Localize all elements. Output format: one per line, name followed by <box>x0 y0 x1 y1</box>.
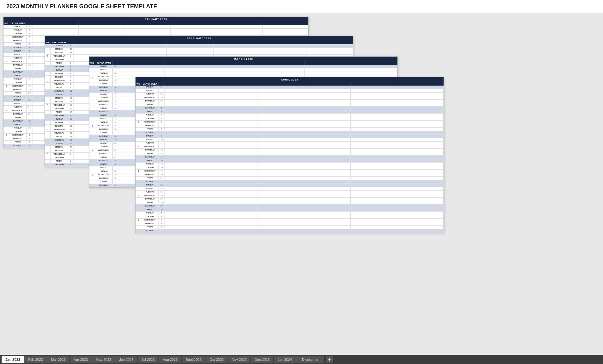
data-cell[interactable] <box>118 72 165 75</box>
data-cell[interactable] <box>306 48 353 51</box>
data-cell[interactable] <box>211 100 257 103</box>
data-cell[interactable] <box>257 110 304 113</box>
data-cell[interactable] <box>397 226 444 229</box>
sheet-tab[interactable]: - Disclaimer - <box>296 356 325 363</box>
data-cell[interactable] <box>211 229 257 232</box>
data-cell[interactable] <box>214 48 260 51</box>
data-cell[interactable] <box>305 68 351 72</box>
data-cell[interactable] <box>351 201 397 204</box>
data-cell[interactable] <box>257 107 304 110</box>
data-cell[interactable] <box>257 159 304 162</box>
data-cell[interactable] <box>397 145 444 148</box>
data-cell[interactable] <box>165 72 211 75</box>
data-cell[interactable] <box>305 65 351 68</box>
data-cell[interactable] <box>351 103 397 106</box>
data-cell[interactable] <box>257 177 304 180</box>
data-cell[interactable] <box>304 121 351 124</box>
data-cell[interactable] <box>304 145 351 148</box>
data-cell[interactable] <box>304 198 351 201</box>
data-cell[interactable] <box>211 65 258 68</box>
data-cell[interactable] <box>165 89 211 92</box>
data-cell[interactable] <box>32 25 79 28</box>
data-cell[interactable] <box>257 142 304 145</box>
data-cell[interactable] <box>211 152 257 155</box>
data-cell[interactable] <box>351 114 397 117</box>
data-cell[interactable] <box>257 173 304 176</box>
data-cell[interactable] <box>351 166 397 169</box>
data-cell[interactable] <box>211 191 257 194</box>
data-cell[interactable] <box>304 149 351 152</box>
sheet-tab[interactable]: Aug 2023 <box>159 356 181 363</box>
data-cell[interactable] <box>351 145 397 148</box>
data-cell[interactable] <box>211 149 257 152</box>
data-cell[interactable] <box>214 51 260 54</box>
data-cell[interactable] <box>351 229 397 232</box>
data-cell[interactable] <box>351 121 397 124</box>
data-cell[interactable] <box>397 166 444 169</box>
data-cell[interactable] <box>351 163 397 166</box>
data-cell[interactable] <box>257 138 304 141</box>
data-cell[interactable] <box>304 103 351 106</box>
data-cell[interactable] <box>257 114 304 117</box>
data-cell[interactable] <box>351 194 397 197</box>
data-cell[interactable] <box>165 107 211 110</box>
data-cell[interactable] <box>211 201 257 204</box>
data-cell[interactable] <box>304 163 351 166</box>
data-cell[interactable] <box>304 208 351 211</box>
data-cell[interactable] <box>165 226 211 229</box>
data-cell[interactable] <box>257 89 304 92</box>
data-cell[interactable] <box>211 166 257 169</box>
data-cell[interactable] <box>304 93 351 96</box>
data-cell[interactable] <box>124 29 171 32</box>
data-cell[interactable] <box>351 72 397 75</box>
data-cell[interactable] <box>304 114 351 117</box>
data-cell[interactable] <box>165 68 211 72</box>
data-cell[interactable] <box>304 194 351 197</box>
data-cell[interactable] <box>165 96 211 99</box>
data-cell[interactable] <box>211 180 257 183</box>
data-cell[interactable] <box>257 166 304 169</box>
data-cell[interactable] <box>263 25 309 28</box>
data-cell[interactable] <box>304 159 351 162</box>
data-cell[interactable] <box>258 68 305 72</box>
data-cell[interactable] <box>306 44 353 47</box>
data-cell[interactable] <box>304 187 351 190</box>
data-cell[interactable] <box>211 89 257 92</box>
data-cell[interactable] <box>165 142 211 145</box>
data-cell[interactable] <box>397 114 444 117</box>
data-cell[interactable] <box>165 194 211 197</box>
data-cell[interactable] <box>120 51 167 54</box>
data-cell[interactable] <box>304 166 351 169</box>
data-cell[interactable] <box>74 44 120 47</box>
data-cell[interactable] <box>257 128 304 131</box>
data-cell[interactable] <box>304 205 351 208</box>
data-cell[interactable] <box>397 187 444 190</box>
data-cell[interactable] <box>351 215 397 218</box>
data-cell[interactable] <box>257 86 304 89</box>
data-cell[interactable] <box>304 107 351 110</box>
data-cell[interactable] <box>304 201 351 204</box>
data-cell[interactable] <box>351 96 397 99</box>
data-cell[interactable] <box>351 117 397 120</box>
data-cell[interactable] <box>351 135 397 138</box>
data-cell[interactable] <box>118 68 165 72</box>
sheet-tab[interactable]: Feb 2023 <box>24 356 46 363</box>
data-cell[interactable] <box>397 229 444 232</box>
data-cell[interactable] <box>165 86 211 89</box>
data-cell[interactable] <box>165 219 211 222</box>
data-cell[interactable] <box>304 110 351 113</box>
data-cell[interactable] <box>211 163 257 166</box>
data-cell[interactable] <box>211 86 257 89</box>
sheet-tab[interactable]: Jan 2023 <box>2 356 24 363</box>
data-cell[interactable] <box>211 198 257 201</box>
data-cell[interactable] <box>257 215 304 218</box>
data-cell[interactable] <box>165 124 211 127</box>
data-cell[interactable] <box>165 117 211 120</box>
add-sheet-button[interactable]: + <box>326 356 333 363</box>
data-cell[interactable] <box>165 166 211 169</box>
data-cell[interactable] <box>165 201 211 204</box>
data-cell[interactable] <box>304 128 351 131</box>
data-cell[interactable] <box>165 187 211 190</box>
data-cell[interactable] <box>211 184 257 187</box>
data-cell[interactable] <box>397 107 444 110</box>
